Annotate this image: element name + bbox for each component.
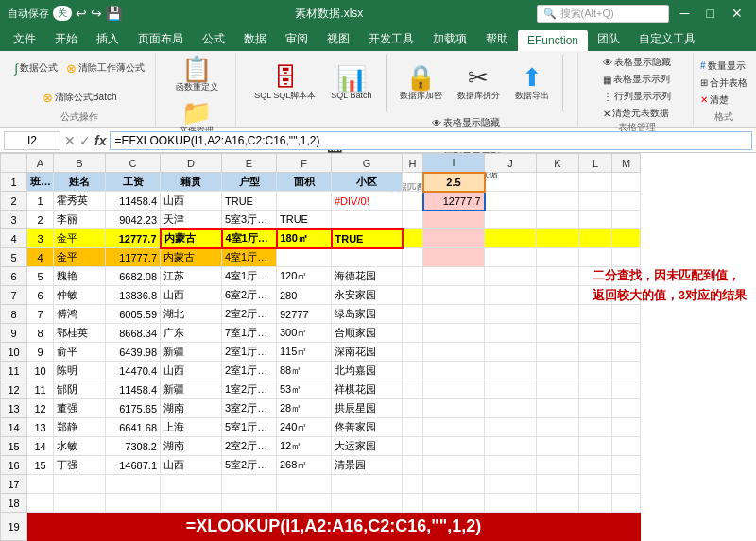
cell-a7[interactable]: 6 xyxy=(27,286,54,305)
cell-l18[interactable] xyxy=(579,494,612,513)
cell-g12[interactable]: 祥棋花园 xyxy=(332,380,403,399)
cell-l13[interactable] xyxy=(579,399,612,418)
col-header-a[interactable]: A xyxy=(27,154,54,173)
cell-l1[interactable] xyxy=(579,173,612,192)
cell-c14[interactable]: 6641.68 xyxy=(106,418,161,437)
cell-m12[interactable] xyxy=(612,380,641,399)
cell-j18[interactable] xyxy=(485,494,537,513)
cell-b1[interactable]: 姓名 xyxy=(54,173,106,192)
cell-m1[interactable] xyxy=(612,173,641,192)
cell-g18[interactable] xyxy=(332,494,403,513)
cell-i7[interactable] xyxy=(423,286,485,305)
cell-h17[interactable] xyxy=(403,475,423,494)
cell-a4[interactable]: 3 xyxy=(27,229,54,248)
cell-c4[interactable]: 12777.7 xyxy=(106,229,161,248)
cell-g3[interactable] xyxy=(332,211,403,229)
cell-j9[interactable] xyxy=(485,324,537,343)
cell-d18[interactable] xyxy=(161,494,222,513)
cell-k16[interactable] xyxy=(537,456,579,475)
tab-data[interactable]: 数据 xyxy=(234,27,276,51)
cell-b4[interactable]: 金平 xyxy=(54,229,106,248)
cell-a11[interactable]: 10 xyxy=(27,362,54,380)
cell-c11[interactable]: 14470.4 xyxy=(106,362,161,380)
cell-j16[interactable] xyxy=(485,456,537,475)
cell-f13[interactable]: 28㎡ xyxy=(277,399,332,418)
btn-func-redefine[interactable]: 📋 函数重定义 xyxy=(170,55,224,95)
tab-layout[interactable]: 页面布局 xyxy=(129,27,193,51)
cell-j12[interactable] xyxy=(485,380,537,399)
cell-l8[interactable] xyxy=(579,305,612,324)
cell-a2[interactable]: 1 xyxy=(27,192,54,211)
cell-l16[interactable] xyxy=(579,456,612,475)
cell-k13[interactable] xyxy=(537,399,579,418)
btn-db-encrypt[interactable]: 🔒 数据库加密 xyxy=(394,63,448,104)
cell-g15[interactable]: 大运家园 xyxy=(332,437,403,456)
cell-c10[interactable]: 6439.98 xyxy=(106,343,161,362)
cell-g10[interactable]: 深南花园 xyxy=(332,343,403,362)
btn-table-show[interactable]: 👁 表格显示隐藏 xyxy=(429,115,503,130)
cell-b13[interactable]: 董强 xyxy=(54,399,106,418)
col-header-c[interactable]: C xyxy=(106,154,161,173)
cell-k2[interactable] xyxy=(537,192,579,211)
cell-j14[interactable] xyxy=(485,418,537,437)
cell-b16[interactable]: 丁强 xyxy=(54,456,106,475)
cell-m18[interactable] xyxy=(612,494,641,513)
cell-h2[interactable] xyxy=(403,192,423,211)
cell-h8[interactable] xyxy=(403,305,423,324)
tab-formula[interactable]: 公式 xyxy=(193,27,234,51)
cell-h10[interactable] xyxy=(403,343,423,362)
cell-e3[interactable]: 5室3厅5卫 xyxy=(222,211,277,229)
cell-g5[interactable] xyxy=(332,248,403,267)
cell-i9[interactable] xyxy=(423,324,485,343)
col-header-g[interactable]: G xyxy=(332,154,403,173)
cell-h4[interactable] xyxy=(403,229,423,248)
cell-m8[interactable] xyxy=(612,305,641,324)
cell-c6[interactable]: 6682.08 xyxy=(106,267,161,286)
cell-g6[interactable]: 海德花园 xyxy=(332,267,403,286)
cell-f3[interactable]: TRUE xyxy=(277,211,332,229)
cell-j1[interactable] xyxy=(485,173,537,192)
cell-f9[interactable]: 300㎡ xyxy=(277,324,332,343)
cell-b5[interactable]: 金平 xyxy=(54,248,106,267)
cell-e16[interactable]: 5室2厅2卫 xyxy=(222,456,277,475)
cell-k7[interactable] xyxy=(537,286,579,305)
cell-f2[interactable] xyxy=(277,192,332,211)
col-header-b[interactable]: B xyxy=(54,154,106,173)
autosave-toggle[interactable]: 关 xyxy=(53,6,72,21)
cell-l3[interactable] xyxy=(579,211,612,229)
cell-c2[interactable]: 11458.4 xyxy=(106,192,161,211)
cell-k3[interactable] xyxy=(537,211,579,229)
cell-j5[interactable] xyxy=(485,248,537,267)
btn-clear-batch[interactable]: ⊗ 清除公式Batch xyxy=(40,90,120,106)
btn-sql-batch[interactable]: 📊 SQL Batch xyxy=(325,64,377,102)
cell-a9[interactable]: 8 xyxy=(27,324,54,343)
cell-c15[interactable]: 7308.2 xyxy=(106,437,161,456)
cell-i18[interactable] xyxy=(423,494,485,513)
close-button[interactable]: ✕ xyxy=(726,6,748,21)
cell-a18[interactable] xyxy=(27,494,54,513)
tab-file[interactable]: 文件 xyxy=(4,27,45,51)
cell-a12[interactable]: 11 xyxy=(27,380,54,399)
tab-dev[interactable]: 开发工具 xyxy=(359,27,423,51)
cell-h6[interactable] xyxy=(403,267,423,286)
cell-e10[interactable]: 2室1厅1卫 xyxy=(222,343,277,362)
cell-h5[interactable] xyxy=(403,248,423,267)
cell-e12[interactable]: 1室2厅1卫 xyxy=(222,380,277,399)
cell-i17[interactable] xyxy=(423,475,485,494)
cell-g7[interactable]: 永安家园 xyxy=(332,286,403,305)
cell-h18[interactable] xyxy=(403,494,423,513)
cell-a1[interactable]: 班组 xyxy=(27,173,54,192)
col-header-h[interactable]: H xyxy=(403,154,423,173)
cell-b12[interactable]: 郜阴 xyxy=(54,380,106,399)
cell-k17[interactable] xyxy=(537,475,579,494)
cell-h3[interactable] xyxy=(403,211,423,229)
cell-l10[interactable] xyxy=(579,343,612,362)
cell-f18[interactable] xyxy=(277,494,332,513)
cell-i4[interactable] xyxy=(423,229,485,248)
cell-d9[interactable]: 广东 xyxy=(161,324,222,343)
cell-j17[interactable] xyxy=(485,475,537,494)
cell-e7[interactable]: 6室2厅4卫 xyxy=(222,286,277,305)
btn-data-formula[interactable]: ∫ 数据公式 xyxy=(11,60,60,76)
cell-g4[interactable]: TRUE xyxy=(332,229,403,248)
cell-a8[interactable]: 7 xyxy=(27,305,54,324)
